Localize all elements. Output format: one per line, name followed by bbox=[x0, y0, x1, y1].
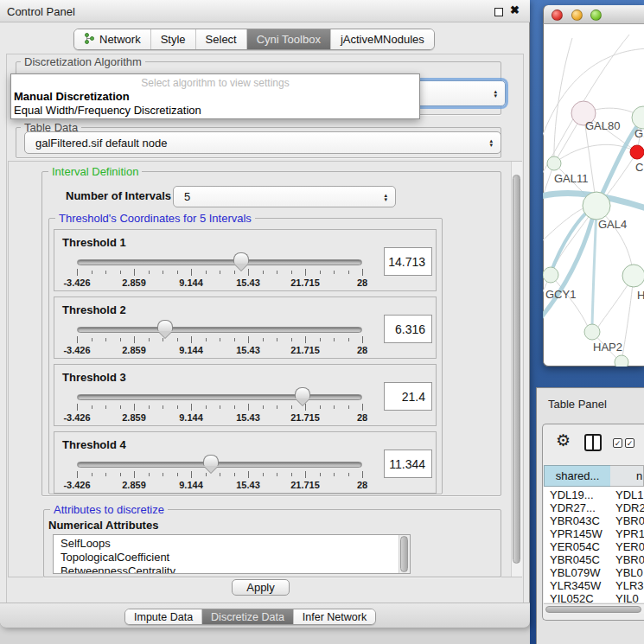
bottom-tab-bar: Impute DataDiscretize DataInfer Network bbox=[124, 609, 376, 625]
network-node-label: GAL4 bbox=[598, 218, 627, 231]
zoom-traffic-light[interactable] bbox=[590, 10, 602, 21]
table-data-combobox[interactable]: galFiltered.sif default node ▴ ▾ bbox=[24, 131, 501, 154]
slider-tick bbox=[348, 271, 349, 274]
slider-tick bbox=[134, 269, 135, 276]
network-node-gcy1[interactable] bbox=[543, 267, 558, 283]
horizontal-scrollbar[interactable] bbox=[544, 603, 644, 614]
table-cell-name: YPR1 bbox=[615, 527, 644, 540]
threshold-box-1: Threshold 1-3.4262.8599.14415.4321.71528… bbox=[54, 229, 437, 291]
tab-select[interactable]: Select bbox=[196, 29, 247, 49]
tab-label: Infer Network bbox=[303, 611, 367, 623]
bottom-tab-infer-network[interactable]: Infer Network bbox=[294, 609, 375, 624]
list-item[interactable]: SelfLoops bbox=[54, 537, 410, 551]
slider-tick bbox=[234, 271, 235, 274]
slider-track[interactable] bbox=[77, 394, 362, 400]
table-cell-shared-name: YDR27... bbox=[550, 501, 596, 514]
table-row[interactable]: YPR145WYPR1 bbox=[544, 527, 644, 540]
network-node-gal4[interactable] bbox=[583, 192, 610, 220]
slider-tick bbox=[77, 471, 78, 478]
network-node-gal11[interactable] bbox=[547, 156, 561, 170]
tab-cyni-toolbox[interactable]: Cyni Toolbox bbox=[247, 29, 331, 49]
tab-label: jActiveMNodules bbox=[341, 33, 424, 46]
slider-tick bbox=[105, 473, 106, 476]
table-row[interactable]: YBR045CYBR0 bbox=[544, 553, 644, 566]
slider-tick bbox=[362, 471, 363, 478]
minimize-traffic-light[interactable] bbox=[571, 10, 583, 21]
network-node-g-[interactable] bbox=[632, 106, 644, 129]
number-of-intervals-combobox[interactable]: 5 ▴ ▾ bbox=[173, 186, 396, 207]
network-canvas[interactable]: GAL80G.CGAL11GAL4GCY1HHAP2 bbox=[543, 24, 644, 367]
slider-tick bbox=[177, 338, 178, 341]
list-item[interactable]: BetweennessCentrality bbox=[54, 564, 410, 574]
threshold-value-field[interactable]: 21.4 bbox=[384, 382, 432, 411]
arrow-down-icon: ▾ bbox=[384, 197, 387, 201]
table-row[interactable]: YDR27...YDR2 bbox=[544, 501, 644, 514]
table-row[interactable]: YBL079WYBL0 bbox=[544, 566, 644, 579]
network-node[interactable] bbox=[615, 355, 628, 367]
numerical-attributes-list[interactable]: SelfLoopsTopologicalCoefficientBetweenne… bbox=[53, 534, 411, 574]
table-cell-shared-name: YBR043C bbox=[550, 514, 600, 527]
threshold-value-field[interactable]: 14.713 bbox=[384, 247, 432, 276]
table-row[interactable]: YIL052CYIL0 bbox=[544, 592, 644, 603]
close-traffic-light[interactable] bbox=[552, 10, 563, 21]
vertical-scrollbar-thumb[interactable] bbox=[513, 175, 520, 564]
table-cell-name: YBR0 bbox=[615, 514, 644, 527]
table-header-name[interactable]: n bbox=[610, 465, 644, 487]
slider-tick bbox=[163, 271, 163, 274]
checkbox-icon[interactable]: ✓ bbox=[625, 438, 634, 448]
top-tab-bar: NetworkStyleSelectCyni ToolboxjActiveMNo… bbox=[73, 29, 435, 50]
algorithm-group-title: Discretization Algorithm bbox=[21, 55, 145, 68]
threshold-box-2: Threshold 2-3.4262.8599.14415.4321.71528… bbox=[54, 296, 437, 359]
close-icon[interactable]: ✖ bbox=[510, 3, 520, 16]
network-node-hap2[interactable] bbox=[584, 324, 600, 340]
slider-track[interactable] bbox=[77, 462, 362, 468]
table-header-shared-name[interactable]: shared... bbox=[544, 465, 611, 487]
tab-jactivemnodules[interactable]: jActiveMNodules bbox=[331, 29, 434, 49]
network-node-h[interactable] bbox=[622, 265, 644, 287]
threshold-value-field[interactable]: 11.344 bbox=[384, 450, 432, 478]
algorithm-option-manual[interactable]: Manual Discretization bbox=[14, 90, 130, 103]
slider-handle[interactable] bbox=[157, 320, 173, 338]
slider-tick-label: 28 bbox=[357, 480, 367, 490]
slider-tick bbox=[220, 405, 220, 409]
slider-tick bbox=[77, 404, 78, 411]
gear-icon[interactable]: ⚙ bbox=[556, 432, 571, 450]
slider-tick bbox=[134, 471, 135, 478]
tab-style[interactable]: Style bbox=[151, 29, 196, 49]
columns-icon[interactable] bbox=[584, 434, 602, 451]
horizontal-scrollbar-thumb[interactable] bbox=[545, 606, 641, 613]
network-node-c[interactable] bbox=[630, 145, 644, 159]
slider-track[interactable] bbox=[77, 327, 362, 333]
apply-button[interactable]: Apply bbox=[232, 579, 290, 596]
bottom-tab-impute-data[interactable]: Impute Data bbox=[125, 609, 202, 624]
bottom-tab-discretize-data[interactable]: Discretize Data bbox=[202, 609, 294, 624]
slider-tick bbox=[320, 473, 321, 476]
slider-tick-label: 28 bbox=[357, 345, 367, 355]
slider-tick bbox=[348, 338, 349, 341]
table-row[interactable]: YBR043CYBR0 bbox=[544, 514, 644, 527]
slider-tick bbox=[220, 473, 220, 476]
list-item[interactable]: TopologicalCoefficient bbox=[54, 551, 410, 564]
control-panel-titlebar[interactable] bbox=[0, 0, 530, 22]
table-cell-name: YIL0 bbox=[615, 592, 639, 603]
float-window-icon[interactable] bbox=[494, 8, 503, 16]
table-row[interactable]: YER054CYER0 bbox=[544, 540, 644, 553]
slider-track[interactable] bbox=[77, 259, 362, 265]
algorithm-option-equal-width[interactable]: Equal Width/Frequency Discretization bbox=[14, 104, 201, 117]
slider-handle[interactable] bbox=[295, 387, 310, 405]
slider-tick bbox=[263, 473, 264, 476]
slider-tick-label: 2.859 bbox=[122, 412, 146, 423]
slider-tick bbox=[248, 336, 249, 343]
slider-handle-shape bbox=[296, 399, 309, 405]
checkbox-icon[interactable]: ✓ bbox=[613, 438, 622, 448]
tab-network[interactable]: Network bbox=[74, 29, 151, 49]
slider-tick bbox=[149, 271, 150, 274]
table-row[interactable]: YLR345WYLR3 bbox=[544, 579, 644, 592]
slider-tick bbox=[348, 405, 349, 409]
network-node-label: C bbox=[635, 161, 643, 174]
threshold-value-field[interactable]: 6.316 bbox=[384, 315, 432, 343]
slider-handle[interactable] bbox=[233, 252, 249, 271]
table-row[interactable]: YDL19...YDL1 bbox=[544, 488, 644, 501]
slider-handle[interactable] bbox=[203, 455, 219, 473]
slider-tick bbox=[177, 271, 178, 274]
